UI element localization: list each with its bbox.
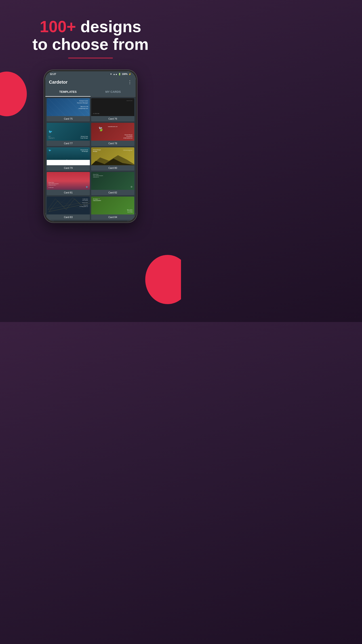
- app-bar: Cardetor ⋮: [45, 77, 136, 88]
- card-77-left: NLFShipping Co.: [48, 136, 55, 139]
- card-preview-83: Cookie CutterSOFTWORKSRichard Carter222-…: [47, 196, 90, 214]
- card-preview-82: Richard DavisSenior Software Engineerric…: [91, 172, 134, 190]
- card-81-logo: 🐦: [86, 186, 88, 188]
- card-preview-75: Richard CarterAssistant Manager280-272-1…: [47, 98, 90, 116]
- card-label-76: Card 76: [91, 116, 134, 122]
- card-item-76[interactable]: 01-2552-888 www.nf.com Card 76: [91, 98, 134, 122]
- card-item-82[interactable]: Richard DavisSenior Software Engineerric…: [91, 172, 134, 195]
- card-label-79: Card 79: [47, 165, 90, 170]
- card-preview-76: 01-2552-888 www.nf.com: [91, 98, 134, 116]
- card-label-82: Card 82: [91, 190, 134, 195]
- card-label-80: Card 80: [91, 165, 134, 170]
- card-label-78: Card 78: [91, 141, 134, 146]
- card-preview-79: 🐦 Richard DavidsHR Manager: [47, 147, 90, 165]
- status-icons: ▼ ▲▲ 🔋 100% ⚡: [110, 73, 131, 75]
- card-preview-77: 🐦 NLFShipping Co. Richard CarterCargo Ma…: [47, 123, 90, 141]
- signal-icon: ▲▲: [113, 73, 117, 75]
- card-item-84[interactable]: AS Studio 🎬VIDEOGRAPHY Mann CharterIRT D…: [91, 196, 134, 220]
- card-79-name: Richard DavidsHR Manager: [80, 149, 88, 152]
- phone-inner: 12:27 ▼ ▲▲ 🔋 100% ⚡ Cardetor ⋮ TEMPLATES: [45, 71, 136, 221]
- wifi-icon: ▼: [110, 73, 112, 75]
- menu-dots-button[interactable]: ⋮: [128, 80, 132, 85]
- card-79-logo: 🐦: [48, 149, 51, 152]
- phone-frame: 12:27 ▼ ▲▲ 🔋 100% ⚡ Cardetor ⋮ TEMPLATES: [43, 70, 137, 223]
- phone-wrapper: 12:27 ▼ ▲▲ 🔋 100% ⚡ Cardetor ⋮ TEMPLATES: [0, 70, 181, 236]
- hero-accent: 100+: [40, 18, 76, 36]
- tab-templates[interactable]: TEMPLATES: [45, 88, 90, 96]
- card-80-logo: hillviewgear: [123, 149, 132, 151]
- card-82-text: Richard DavisSenior Software Engineerric…: [93, 174, 103, 178]
- svg-marker-0: [47, 160, 90, 165]
- status-time: 12:27: [50, 73, 56, 75]
- card-77-right: Richard CarterCargo Manager: [80, 136, 88, 139]
- card-preview-78: newleaftravels.com 🍃 Richard MorganAccou…: [91, 123, 134, 141]
- card-preview-81: Richard DavisSenior Software Engineerric…: [47, 172, 90, 190]
- card-item-78[interactable]: newleaftravels.com 🍃 Richard MorganAccou…: [91, 123, 134, 146]
- hero-divider: [68, 58, 113, 58]
- card-label-77: Card 77: [47, 141, 90, 146]
- card-84-top: AS Studio 🎬VIDEOGRAPHY: [93, 198, 101, 202]
- card-label-81: Card 81: [47, 190, 90, 195]
- card-item-81[interactable]: Richard DavisSenior Software Engineerric…: [47, 172, 90, 195]
- card-label-75: Card 75: [47, 116, 90, 122]
- card-preview-80: Richard MorganManager hillviewgear: [91, 147, 134, 165]
- card-label-83: Card 83: [47, 214, 90, 220]
- card-76-left: 01-2552-888: [93, 113, 99, 114]
- card-84-bottom: Mann CharterIRT Designer223-272-990: [127, 209, 132, 213]
- card-82-logo: ⚙: [130, 186, 132, 188]
- card-77-logo: 🐦: [48, 130, 52, 134]
- card-item-83[interactable]: Cookie CutterSOFTWORKSRichard Carter222-…: [47, 196, 90, 220]
- status-bar: 12:27 ▼ ▲▲ 🔋 100% ⚡: [45, 71, 136, 77]
- app-title: Cardetor: [49, 80, 67, 85]
- card-item-75[interactable]: Richard CarterAssistant Manager280-272-1…: [47, 98, 90, 122]
- card-81-text: Richard DavisSenior Software Engineerric…: [48, 182, 59, 188]
- card-80-text: Richard MorganManager: [93, 149, 101, 152]
- card-76-right: www.nf.com: [126, 100, 132, 101]
- svg-line-5: [49, 199, 66, 212]
- card-78-text: Richard MorganAccountantsrich@newleaf.co…: [123, 134, 132, 139]
- tabs-container: TEMPLATES MY CARDS: [45, 88, 136, 97]
- cards-grid: Richard CarterAssistant Manager280-272-1…: [45, 97, 136, 221]
- battery-icon: 🔋: [118, 73, 121, 75]
- card-preview-84: AS Studio 🎬VIDEOGRAPHY Mann CharterIRT D…: [91, 196, 134, 214]
- card-83-text: Cookie CutterSOFTWORKSRichard Carter222-…: [79, 198, 88, 207]
- card-79-mountains-svg: [47, 158, 90, 165]
- card-label-84: Card 84: [91, 214, 134, 220]
- tab-my-cards[interactable]: MY CARDS: [90, 88, 136, 96]
- card-item-77[interactable]: 🐦 NLFShipping Co. Richard CarterCargo Ma…: [47, 123, 90, 146]
- bg-shape-right: [145, 255, 181, 304]
- battery-percent: 100%: [122, 73, 128, 75]
- card-item-79[interactable]: 🐦 Richard DavidsHR Manager Card 79: [47, 147, 90, 170]
- card-75-content: Richard CarterAssistant Manager280-272-1…: [77, 100, 88, 109]
- card-80-mountains-svg: [91, 154, 134, 165]
- hero-title: 100+ designsto choose from: [9, 18, 172, 53]
- card-item-80[interactable]: Richard MorganManager hillviewgear Card …: [91, 147, 134, 170]
- hero-section: 100+ designsto choose from: [0, 0, 181, 70]
- charge-icon: ⚡: [128, 73, 131, 75]
